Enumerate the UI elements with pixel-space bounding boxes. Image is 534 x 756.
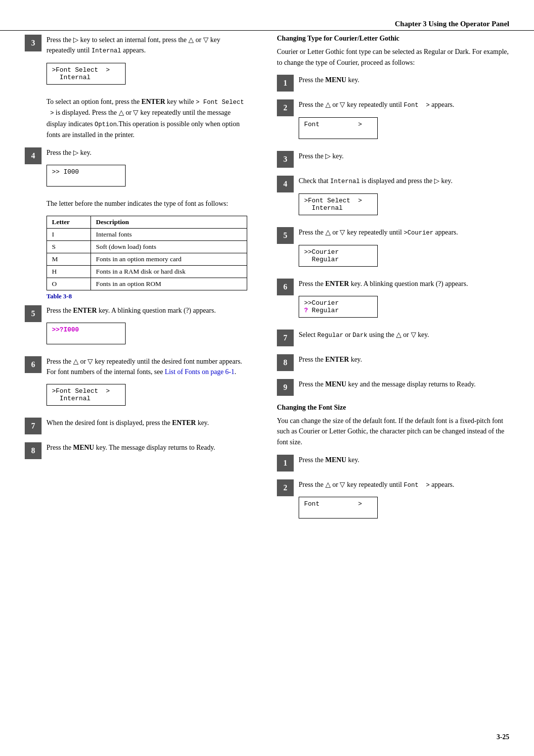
- right-step-1-content: Press the MENU key.: [299, 75, 514, 89]
- lcd-right-step6-line2: ? Regular: [304, 307, 372, 314]
- table-row: M Fonts in an option memory card: [47, 253, 247, 266]
- step-3-content: Press the ▷ key to select an internal fo…: [46, 35, 247, 89]
- right-step-3-text: Press the ▷ key.: [299, 151, 514, 161]
- lcd-step4-line2: [52, 176, 120, 183]
- right-step-7-content: Select Regular or Dark using the △ or ▽ …: [299, 330, 514, 344]
- right-step-2: 2 Press the △ or ▽ key repeatedly until …: [277, 99, 514, 143]
- step-number-6: 6: [25, 356, 42, 373]
- right-column: Changing Type for Courier/Letter Gothic …: [277, 35, 514, 530]
- cell-letter-m: M: [47, 253, 91, 266]
- lcd-step4: >> I000: [46, 165, 126, 187]
- right-s2-step-2-text: Press the △ or ▽ key repeatedly until Fo…: [299, 479, 514, 490]
- right-step-5-text: Press the △ or ▽ key repeatedly until >C…: [299, 227, 514, 238]
- lcd-right-step5-line1: >>Courier: [304, 248, 372, 256]
- cell-desc-i: Internal fonts: [91, 229, 247, 241]
- right-step-number-1: 1: [277, 75, 294, 92]
- lcd-right-step5: >>Courier Regular: [299, 245, 378, 267]
- cell-letter-i: I: [47, 229, 91, 241]
- lcd-step5-line1: >>?I000: [52, 326, 120, 333]
- step-7-content: When the desired font is displayed, pres…: [46, 418, 247, 432]
- step-number-7: 7: [25, 418, 42, 434]
- step-8-text: Press the MENU key. The message display …: [46, 442, 247, 453]
- col-description: Description: [91, 216, 247, 229]
- left-para-1: To select an option font, press the ENTE…: [46, 96, 247, 141]
- step-5-content: Press the ENTER key. A blinking question…: [46, 305, 247, 348]
- font-type-table: Letter Description I Internal fonts S So…: [46, 216, 247, 290]
- right-step-number-6: 6: [277, 279, 294, 295]
- right-s2-step-1-content: Press the MENU key.: [299, 455, 514, 469]
- left-table-wrapper: Letter Description I Internal fonts S So…: [46, 216, 247, 300]
- right-s2-step-1: 1 Press the MENU key.: [277, 455, 514, 472]
- cell-desc-o: Fonts in an option ROM: [91, 278, 247, 290]
- right-step-7-text: Select Regular or Dark using the △ or ▽ …: [299, 330, 514, 340]
- right-s2-step-number-2: 2: [277, 479, 294, 496]
- right-step-4-text: Check that Internal is displayed and pre…: [299, 176, 514, 187]
- lcd-right-s2-step2: Font >: [299, 497, 378, 519]
- lcd-right-step4: >Font Select > Internal: [299, 193, 378, 215]
- step-number-5: 5: [25, 305, 42, 322]
- right-step-number-3: 3: [277, 151, 294, 168]
- step-6-link[interactable]: List of Fonts on page 6-1: [165, 368, 234, 376]
- step-4-text: Press the ▷ key.: [46, 147, 247, 158]
- table-header-row: Letter Description: [47, 216, 247, 229]
- lcd-right-step2-line1: Font >: [304, 121, 372, 128]
- table-row: O Fonts in an option ROM: [47, 278, 247, 290]
- right-step-1-text: Press the MENU key.: [299, 75, 514, 85]
- cell-desc-s: Soft (down load) fonts: [91, 241, 247, 253]
- section2-intro-text: You can change the size of the default f…: [277, 416, 514, 448]
- cell-letter-o: O: [47, 278, 91, 290]
- left-para-2-text: The letter before the number indicates t…: [46, 198, 247, 209]
- lcd-step6-line1: >Font Select >: [52, 387, 120, 395]
- lcd-step3: >Font Select > Internal: [46, 63, 126, 85]
- lcd-right-step6-line1: >>Courier: [304, 299, 372, 307]
- lcd-step3-line2: Internal: [52, 74, 120, 81]
- lcd-right-step4-line1: >Font Select >: [304, 197, 372, 204]
- right-step-8-content: Press the ENTER key.: [299, 354, 514, 369]
- step-number-8: 8: [25, 442, 42, 459]
- right-step-7: 7 Select Regular or Dark using the △ or …: [277, 330, 514, 346]
- right-step-number-5: 5: [277, 227, 294, 244]
- right-s2-step-number-1: 1: [277, 455, 294, 472]
- right-s2-step-2: 2 Press the △ or ▽ key repeatedly until …: [277, 479, 514, 523]
- right-step-8: 8 Press the ENTER key.: [277, 354, 514, 371]
- cell-letter-s: S: [47, 241, 91, 253]
- right-s2-step-2-content: Press the △ or ▽ key repeatedly until Fo…: [299, 479, 514, 523]
- right-step-4: 4 Check that Internal is displayed and p…: [277, 176, 514, 219]
- table-row: H Fonts in a RAM disk or hard disk: [47, 266, 247, 278]
- cell-desc-m: Fonts in an option memory card: [91, 253, 247, 266]
- right-step-number-9: 9: [277, 379, 294, 396]
- chapter-header: Chapter 3 Using the Operator Panel: [0, 20, 534, 31]
- section1-title: Changing Type for Courier/Letter Gothic: [277, 35, 514, 43]
- chapter-title: Chapter 3 Using the Operator Panel: [395, 20, 509, 28]
- right-step-1: 1 Press the MENU key.: [277, 75, 514, 92]
- left-para-1-text: To select an option font, press the ENTE…: [46, 96, 247, 141]
- table-row: S Soft (down load) fonts: [47, 241, 247, 253]
- right-step-5-content: Press the △ or ▽ key repeatedly until >C…: [299, 227, 514, 271]
- step-4-content: Press the ▷ key. >> I000: [46, 147, 247, 190]
- step-8-content: Press the MENU key. The message display …: [46, 442, 247, 457]
- lcd-step5: >>?I000: [46, 323, 126, 344]
- table-label: Table 3-8: [46, 292, 247, 300]
- right-step-6-text: Press the ENTER key. A blinking question…: [299, 279, 514, 289]
- cell-letter-h: H: [47, 266, 91, 278]
- right-step-number-7: 7: [277, 330, 294, 346]
- right-step-9-text: Press the MENU key and the message displ…: [299, 379, 514, 389]
- lcd-right-step2: Font >: [299, 117, 378, 139]
- section2-intro: You can change the size of the default f…: [277, 416, 514, 448]
- lcd-right-step2-line2: [304, 128, 372, 136]
- right-step-4-content: Check that Internal is displayed and pre…: [299, 176, 514, 219]
- left-step-8: 8 Press the MENU key. The message displa…: [25, 442, 247, 459]
- lcd-right-step5-line2: Regular: [304, 256, 372, 263]
- left-column: 3 Press the ▷ key to select an internal …: [25, 35, 262, 530]
- lcd-right-step6: >>Courier ? Regular: [299, 296, 378, 318]
- right-step-9-content: Press the MENU key and the message displ…: [299, 379, 514, 393]
- right-step-3: 3 Press the ▷ key.: [277, 151, 514, 168]
- page-number: 3-25: [496, 733, 509, 741]
- step-number-3: 3: [25, 35, 42, 51]
- step-5-text: Press the ENTER key. A blinking question…: [46, 305, 247, 316]
- section1-intro: Courier or Letter Gothic font type can b…: [277, 47, 514, 68]
- step-number-4: 4: [25, 147, 42, 164]
- right-step-number-8: 8: [277, 354, 294, 371]
- lcd-step5-line2: [52, 333, 120, 341]
- right-step-6-content: Press the ENTER key. A blinking question…: [299, 279, 514, 322]
